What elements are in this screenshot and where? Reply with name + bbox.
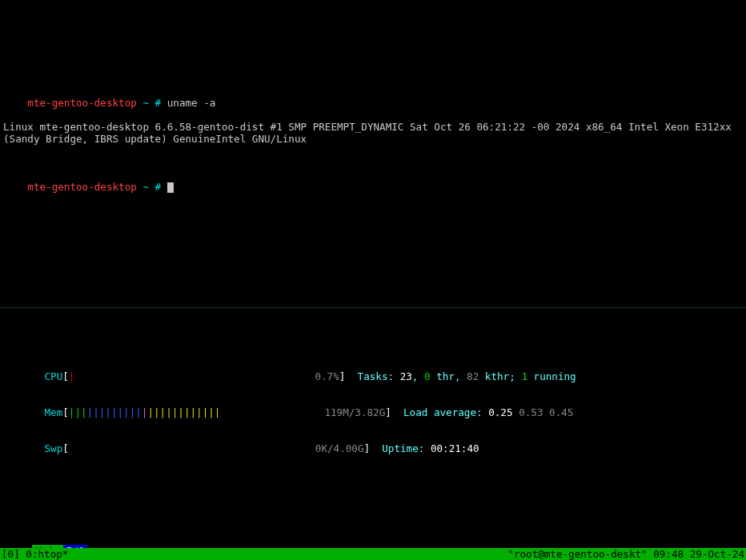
status-left: [0] 0:htop* [2, 548, 68, 560]
tmux-status-bar: [0] 0:htop* "root@mte-gentoo-deskt" 09:4… [0, 548, 746, 560]
terminal-output: mte-gentoo-desktop ~ # uname -a Linux mt… [0, 60, 746, 193]
uname-output: Linux mte-gentoo-desktop 6.6.58-gentoo-d… [3, 121, 743, 145]
meters: CPU[|0.7%] Tasks: 23, 0 thr, 82 kthr; 1 … [0, 332, 746, 466]
thr-n: 0 [424, 370, 431, 382]
tasks-label: Tasks: [358, 370, 395, 382]
cpu-meter-label: CPU [45, 370, 63, 382]
cpu-pct: 0.7% [315, 370, 339, 382]
load-label: Load average: [403, 406, 483, 418]
swp-meter-label: Swp [45, 442, 63, 454]
htop-tabs: MainI/O [8, 533, 746, 545]
kthr-n: 82 [467, 370, 479, 382]
running-n: 1 [521, 370, 527, 382]
load3: 0.45 [549, 406, 573, 418]
load1: 0.25 [488, 406, 512, 418]
prompt-tilde: ~ # [137, 97, 161, 109]
typed-command: uname -a [167, 97, 216, 109]
htop-pane: CPU[|0.7%] Tasks: 23, 0 thr, 82 kthr; 1 … [0, 307, 746, 560]
mem-val: 119M/3.82G [324, 406, 385, 418]
uptime-val: 00:21:40 [431, 442, 479, 454]
mem-meter-label: Mem [45, 406, 63, 418]
prompt-host: mte-gentoo-desktop [27, 97, 136, 109]
swp-val: 0K/4.00G [315, 442, 364, 454]
cursor [167, 182, 174, 193]
status-right: "root@mte-gentoo-deskt" 09:48 29-Oct-24 [507, 548, 744, 560]
prompt-tilde-2: ~ # [137, 181, 161, 193]
load2: 0.53 [519, 406, 543, 418]
tasks-n: 23 [400, 370, 412, 382]
uptime-label: Uptime: [382, 442, 424, 454]
prompt-host-2: mte-gentoo-desktop [27, 181, 136, 193]
